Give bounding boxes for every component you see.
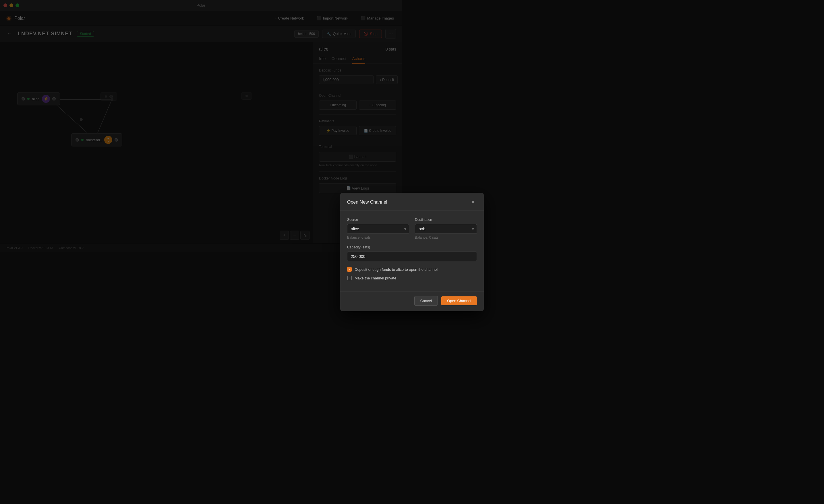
modal-overlay[interactable]: Open New Channel ✕ Source alice bob ▾ Ba… [0, 0, 402, 252]
source-destination-row: Source alice bob ▾ Balance: 0 sats Desti… [347, 218, 402, 239]
source-field: Source alice bob ▾ Balance: 0 sats [347, 218, 402, 239]
capacity-field: Capacity (sats) [347, 245, 402, 252]
capacity-input[interactable] [347, 251, 402, 252]
modal-header: Open New Channel ✕ [340, 193, 402, 211]
modal-title: Open New Channel [347, 200, 387, 205]
source-select-wrapper: alice bob ▾ [347, 224, 402, 234]
open-channel-modal: Open New Channel ✕ Source alice bob ▾ Ba… [340, 193, 402, 252]
capacity-label: Capacity (sats) [347, 245, 402, 249]
modal-body: Source alice bob ▾ Balance: 0 sats Desti… [340, 211, 402, 252]
source-select[interactable]: alice bob [347, 224, 402, 234]
source-label: Source [347, 218, 402, 222]
source-balance: Balance: 0 sats [347, 235, 402, 239]
